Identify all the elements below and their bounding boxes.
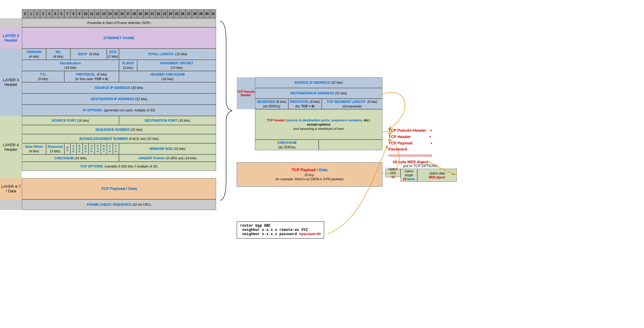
tcp-flag: SYN <box>107 143 113 154</box>
tcp-flag: URG <box>83 143 89 154</box>
tcp-flag: RST <box>101 143 107 154</box>
tcp-flag: ECE <box>76 143 83 154</box>
l2-label: LAYER 2Header <box>0 27 22 49</box>
tcp-flag: PSH <box>95 143 101 154</box>
packet-diagram: Preamble & Start of Frame delimiter (SOF… <box>0 18 216 210</box>
bgp-config-code: router bgp ABC neighbor x.x.x.x remote-a… <box>237 221 324 238</box>
bit-ruler: 0123456789101112131415161718192021222324… <box>22 9 216 18</box>
payload-box: TCP Payload / Data (if any, for example:… <box>237 162 382 187</box>
l4-label: LAYER 4Header <box>0 116 22 178</box>
tcp-payload: TCP Payload / Data <box>22 178 216 199</box>
tcp-flag: ACK <box>89 143 95 154</box>
tcp-header-box: TCP header (source & destination ports, … <box>255 109 382 140</box>
preamble: Preamble & Start of Frame delimiter (SOF… <box>22 18 216 27</box>
md5-summary: TCP Pseudo-Header+ TCP Header+ TCP Paylo… <box>388 127 432 165</box>
tcp-flag: FIN <box>113 143 119 154</box>
l4-section: LAYER 4Header SOURCE PORT (16 bits) DEST… <box>0 116 216 178</box>
data-label: LAYER 4-7/ Data <box>0 178 22 199</box>
l3-section: LAYER 3Header VERSION(4 bits) IHL(4 bits… <box>0 49 216 116</box>
fcs: FRAME CHECK SEQUENCE (32-bit CRC) <box>22 199 216 210</box>
tcp-flag: ACK <box>70 143 76 154</box>
tcp-flag: NS <box>64 143 70 154</box>
brace-icon <box>217 18 235 203</box>
ethernet-frame: ETHERNET FRAME <box>22 27 216 49</box>
pseudo-section: TCP Pseudo Header SOURCE IP ADDRESS (32 … <box>237 77 382 187</box>
tcp-options-box: put in TCP OPTIONS: Option kind19 Option… <box>385 164 457 182</box>
pseudo-label: TCP Pseudo Header <box>237 90 255 97</box>
l3-label: LAYER 3Header <box>0 49 22 116</box>
